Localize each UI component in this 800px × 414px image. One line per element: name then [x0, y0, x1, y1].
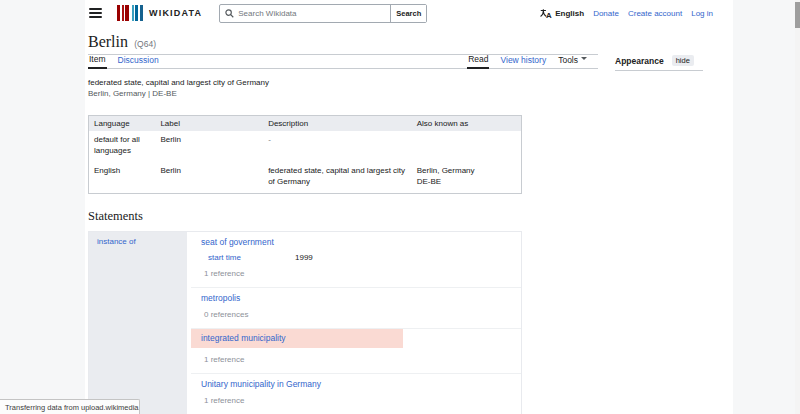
statement-value-link[interactable]: Unitary municipality in Germany — [201, 379, 321, 389]
qualifier-property-link[interactable]: start time — [208, 253, 295, 262]
property-cell: instance of — [89, 232, 187, 414]
statement-qualifier: start time1999 — [191, 253, 521, 262]
appearance-label: Appearance — [615, 56, 664, 66]
terms-table-header-row: Language Label Description Also known as — [89, 116, 522, 132]
entity-content: Berlin (Q64) Item Discussion Read View h… — [85, 33, 598, 414]
language-selector[interactable]: A English — [540, 8, 584, 19]
tab-read[interactable]: Read — [467, 54, 489, 69]
tab-item[interactable]: Item — [88, 54, 107, 69]
header-user-links: A English Donate Create account Log in — [540, 8, 713, 19]
references-toggle[interactable]: 1 reference — [191, 269, 521, 278]
cell-language: English — [89, 162, 156, 194]
highlighted-statement-value: integrated municipality — [191, 329, 403, 348]
search-button[interactable]: Search — [390, 5, 426, 22]
entity-description: federated state, capital and largest cit… — [88, 77, 598, 88]
cell-also-known-as — [412, 131, 522, 162]
statement-value-link[interactable]: seat of government — [201, 237, 274, 247]
terms-table: Language Label Description Also known as… — [88, 115, 522, 194]
browser-status-bar: Transferring data from upload.wikimedia.… — [0, 399, 140, 414]
table-row: default for all languages Berlin - — [89, 131, 522, 162]
language-label: English — [555, 9, 584, 18]
col-header-also-known-as: Also known as — [412, 116, 522, 132]
cell-language: default for all languages — [89, 131, 156, 162]
cell-label: Berlin — [155, 162, 263, 194]
wikidata-logo-text: WIKIDATA — [149, 8, 202, 18]
references-toggle[interactable]: 1 reference — [191, 396, 521, 405]
svg-text:A: A — [546, 11, 552, 19]
page-title: Berlin — [88, 33, 128, 50]
entity-aliases: Berlin, Germany | DE-BE — [88, 88, 598, 99]
login-link[interactable]: Log in — [691, 9, 713, 18]
qualifier-value: 1999 — [295, 253, 313, 262]
cell-description: - — [263, 131, 412, 162]
search-icon — [220, 5, 238, 22]
references-toggle[interactable]: 0 references — [191, 310, 521, 319]
search-box: Search — [219, 4, 427, 23]
appearance-hide-button[interactable]: hide — [672, 55, 694, 66]
table-row: English Berlin federated state, capital … — [89, 162, 522, 194]
statement-row: seat of government start time1999 1 refe… — [191, 232, 521, 287]
wikidata-logo[interactable]: WIKIDATA — [117, 5, 202, 21]
tab-tools[interactable]: Tools — [557, 55, 588, 68]
col-header-description: Description — [263, 116, 412, 132]
statement-value-link[interactable]: metropolis — [201, 293, 240, 303]
property-link[interactable]: instance of — [97, 237, 136, 246]
cell-description: federated state, capital and largest cit… — [263, 162, 412, 194]
statement-group: instance of seat of government start tim… — [88, 231, 522, 414]
content-column: WIKIDATA Search A English Donate Create … — [85, 0, 733, 414]
create-account-link[interactable]: Create account — [628, 9, 682, 18]
entity-id: (Q64) — [134, 39, 156, 49]
statements-heading: Statements — [88, 209, 598, 224]
cell-label: Berlin — [155, 131, 263, 162]
statement-value-link[interactable]: integrated municipality — [201, 333, 286, 343]
page-tabs: Item Discussion Read View history Tools — [88, 55, 598, 69]
tab-view-history[interactable]: View history — [499, 55, 547, 68]
statement-list: seat of government start time1999 1 refe… — [191, 232, 521, 414]
view-tabs: Read View history Tools — [467, 54, 598, 68]
chevron-down-icon — [581, 57, 587, 60]
main-menu-button[interactable] — [89, 8, 102, 18]
statement-row: Unitary municipality in Germany 1 refere… — [191, 373, 521, 414]
col-header-language: Language — [89, 116, 156, 132]
cell-also-known-as: Berlin, GermanyDE-BE — [412, 162, 522, 194]
tab-discussion[interactable]: Discussion — [117, 55, 160, 68]
appearance-panel: Appearance hide — [615, 55, 703, 71]
scrollbar-thumb[interactable] — [795, 2, 800, 28]
wikidata-logo-icon — [117, 5, 143, 21]
statement-row: metropolis 0 references — [191, 287, 521, 328]
references-toggle[interactable]: 1 reference — [191, 355, 521, 364]
col-header-label: Label — [155, 116, 263, 132]
language-icon: A — [540, 8, 552, 19]
title-block: Berlin (Q64) — [88, 33, 598, 55]
statement-row: integrated municipality 1 reference — [191, 328, 521, 373]
site-header: WIKIDATA Search A English Donate Create … — [85, 0, 733, 26]
donate-link[interactable]: Donate — [593, 9, 619, 18]
scrollbar-track[interactable] — [795, 0, 800, 414]
search-input[interactable] — [238, 5, 390, 22]
